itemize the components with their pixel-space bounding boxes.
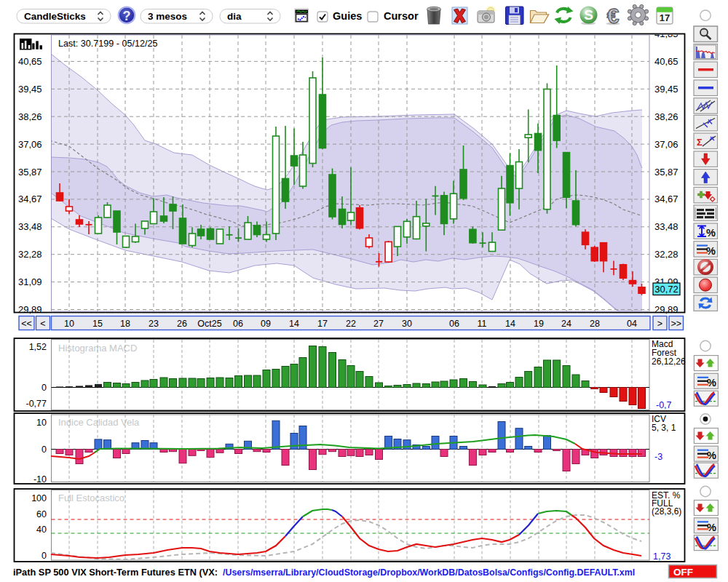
svg-text:Σ: Σ [697,137,703,148]
svg-text:>>: >> [670,319,681,329]
svg-text:26: 26 [177,319,187,329]
svg-text:Oct25: Oct25 [197,319,221,329]
svg-text:3 mesos: 3 mesos [148,11,187,22]
svg-text:10: 10 [64,319,74,329]
svg-text:17: 17 [660,12,670,23]
svg-text:09: 09 [261,319,271,329]
svg-text:/Users/mserra/Library/CloudSto: /Users/mserra/Library/CloudStorage/Dropb… [223,567,635,578]
svg-text:39,45: 39,45 [18,84,42,95]
svg-text:-3: -3 [654,452,662,462]
svg-text:37,06: 37,06 [654,139,678,150]
svg-text:22: 22 [346,319,356,329]
svg-text:39,45: 39,45 [654,84,678,95]
svg-text:32,28: 32,28 [654,249,678,260]
svg-text:Cursor: Cursor [384,10,419,22]
svg-text:10: 10 [36,418,47,428]
svg-text:S: S [584,7,593,23]
svg-text:CandleSticks: CandleSticks [24,11,86,22]
svg-text:17: 17 [317,319,328,329]
svg-text:35,87: 35,87 [654,167,678,178]
svg-text:Last: 30.7199 - 05/12/25: Last: 30.7199 - 05/12/25 [58,39,158,49]
svg-text:Indice Calidad Vela: Indice Calidad Vela [58,417,140,428]
svg-text:40,65: 40,65 [654,56,678,67]
svg-text:1,73: 1,73 [653,551,670,562]
svg-text:iPath SP 500 VIX Short-Term Fu: iPath SP 500 VIX Short-Term Futures ETN … [13,567,218,578]
svg-text:-0,77: -0,77 [26,399,47,409]
svg-text:%: % [707,450,716,461]
svg-text:%: % [706,245,716,257]
svg-text:11: 11 [478,319,487,329]
svg-text:(28,3,6): (28,3,6) [652,506,681,517]
svg-text:34,67: 34,67 [654,194,678,204]
svg-text:<<: << [21,319,32,329]
svg-text:0: 0 [41,445,47,455]
svg-text:24: 24 [561,319,571,329]
svg-text:<: < [40,319,45,329]
svg-text:Full Estocastico: Full Estocastico [58,493,124,503]
svg-text:29,89: 29,89 [654,304,678,315]
svg-text:37,06: 37,06 [18,139,42,150]
svg-text:%: % [707,377,716,388]
svg-text:18: 18 [120,319,130,329]
svg-text:100: 100 [31,493,47,503]
svg-text:35,87: 35,87 [18,167,42,178]
svg-text:34,67: 34,67 [18,194,42,204]
svg-text:14: 14 [289,319,299,329]
svg-text:32,28: 32,28 [18,249,42,260]
svg-text:1,52: 1,52 [29,342,47,352]
svg-text:%: % [706,227,716,239]
svg-text:5, 3, 1: 5, 3, 1 [652,423,676,433]
svg-text:Guies: Guies [333,10,362,22]
svg-text:33,48: 33,48 [18,221,42,232]
svg-text:04: 04 [627,319,637,329]
svg-text:31,09: 31,09 [18,276,42,287]
svg-text:€: € [607,4,620,28]
svg-text:60: 60 [36,509,47,519]
svg-text:40: 40 [36,525,47,535]
svg-text:-0,7: -0,7 [656,400,672,410]
svg-text:38,26: 38,26 [654,111,678,122]
svg-text:40,65: 40,65 [18,56,42,67]
svg-text:-10: -10 [33,474,47,485]
svg-text:15: 15 [92,319,103,329]
svg-text:>: > [657,319,662,329]
svg-text:33,48: 33,48 [654,221,678,232]
svg-text:?: ? [123,9,131,23]
svg-text:29,89: 29,89 [18,304,42,315]
svg-text:06: 06 [449,319,459,329]
svg-text:28: 28 [590,319,600,329]
svg-text:30,72: 30,72 [654,284,678,295]
svg-text:06: 06 [233,319,243,329]
svg-text:30: 30 [402,319,412,329]
svg-text:27: 27 [373,319,384,329]
svg-text:14: 14 [505,319,515,329]
svg-text:OFF: OFF [673,567,693,578]
svg-text:38,26: 38,26 [18,111,42,122]
svg-text:23: 23 [149,319,159,329]
svg-text:0: 0 [41,383,47,393]
svg-text:26,12,26: 26,12,26 [652,356,686,367]
svg-text:0: 0 [41,551,47,561]
svg-text:dia: dia [227,11,242,22]
svg-text:19: 19 [534,319,544,329]
svg-text:%: % [707,522,716,533]
